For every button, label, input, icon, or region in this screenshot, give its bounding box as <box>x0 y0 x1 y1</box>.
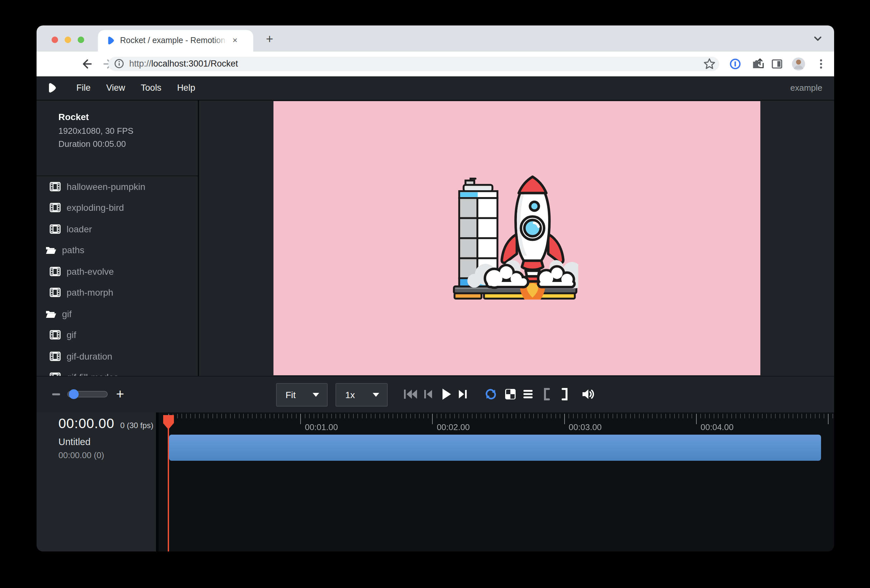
folder-open-icon <box>45 246 57 255</box>
onepassword-extension-icon[interactable] <box>729 58 742 70</box>
film-icon <box>50 182 61 192</box>
composition-label: path-morph <box>67 287 113 298</box>
tab-title: Rocket / example - Remotion P <box>120 36 227 45</box>
composition-path-evolve[interactable]: path-evolve <box>37 261 198 282</box>
timeline-track-area[interactable]: 00:01.0000:02.0000:03.0000:04.00 <box>158 412 834 551</box>
track-range: 00:00.00 (0) <box>58 450 104 460</box>
bookmark-star-icon[interactable] <box>703 57 716 70</box>
folder-gif[interactable]: gif <box>37 303 198 325</box>
rocket-nose <box>518 177 546 193</box>
caret-down-icon <box>373 393 379 396</box>
composition-label: gif-duration <box>67 351 112 362</box>
timeline-tracks-icon[interactable] <box>523 390 533 399</box>
ruler-label: 00:04.00 <box>701 422 734 432</box>
film-icon <box>50 224 61 234</box>
current-frame-info: 0 (30 fps) <box>121 421 153 430</box>
composition-label: gif <box>67 330 76 340</box>
speed-dropdown[interactable]: 1x <box>335 383 388 406</box>
composition-halloween-pumpkin[interactable]: halloween-pumpkin <box>37 176 198 197</box>
ruler-label: 00:02.00 <box>436 422 469 432</box>
rocket-fin-left <box>502 234 517 262</box>
side-panel-icon[interactable] <box>771 58 783 70</box>
menu-tools[interactable]: Tools <box>133 83 169 93</box>
ruler-label: 00:03.00 <box>569 422 602 432</box>
zoom-out-icon[interactable] <box>52 393 60 395</box>
timeline-left-panel: 00:00.00 0 (30 fps) Untitled 00:00.00 (0… <box>37 412 156 551</box>
timeline: 00:00.00 0 (30 fps) Untitled 00:00.00 (0… <box>37 412 834 551</box>
browser-toolbar: http://localhost:3001/Rocket <box>37 52 834 76</box>
ruler-second-ticks <box>168 414 834 424</box>
compositions-sidebar: Rocket 1920x1080, 30 FPS Duration 00:05.… <box>37 100 199 375</box>
composition-gif-duration[interactable]: gif-duration <box>37 345 198 367</box>
menu-file[interactable]: File <box>69 83 98 93</box>
caret-down-icon <box>312 393 319 396</box>
url-text: http://localhost:3001/Rocket <box>129 59 238 69</box>
playhead-handle[interactable] <box>163 415 174 429</box>
ruler-label: 00:01.00 <box>305 422 338 432</box>
composition-gif[interactable]: gif <box>37 325 198 345</box>
menu-view[interactable]: View <box>98 83 133 93</box>
composition-label: halloween-pumpkin <box>67 182 145 192</box>
tab-search-chevron-icon[interactable] <box>812 33 824 45</box>
composition-info: Rocket 1920x1080, 30 FPS Duration 00:05.… <box>37 100 198 149</box>
zoom-slider-thumb[interactable] <box>69 390 78 399</box>
rocket-illustration <box>453 174 578 299</box>
remotion-logo-icon[interactable] <box>47 82 57 93</box>
track-name: Untitled <box>58 436 90 447</box>
composition-gif-fill-modes[interactable]: gif-fill-modes <box>37 367 198 375</box>
content-row: Rocket 1920x1080, 30 FPS Duration 00:05.… <box>37 100 834 375</box>
fullscreen-window-button[interactable] <box>77 37 84 43</box>
folder-open-icon <box>45 309 57 319</box>
new-tab-button[interactable]: + <box>261 31 278 48</box>
sequence-bar[interactable] <box>169 435 821 461</box>
composition-duration: Duration 00:05.00 <box>58 139 198 149</box>
current-timecode: 00:00.00 <box>58 416 115 432</box>
film-icon <box>50 288 61 298</box>
menu-items: FileViewToolsHelp <box>69 83 203 93</box>
app-menu-bar: FileViewToolsHelp example <box>37 76 834 100</box>
site-info-icon[interactable] <box>114 59 124 69</box>
tab-strip: Rocket / example - Remotion P × + <box>37 25 834 52</box>
close-window-button[interactable] <box>51 37 58 43</box>
screen: Rocket / example - Remotion P × + <box>0 0 870 588</box>
composition-exploding-bird[interactable]: exploding-bird <box>37 197 198 218</box>
url-bar[interactable]: http://localhost:3001/Rocket <box>108 57 719 71</box>
menu-help[interactable]: Help <box>169 83 203 93</box>
volume-icon[interactable] <box>581 389 594 400</box>
composition-list: halloween-pumpkinexploding-birdloaderpat… <box>37 176 198 375</box>
composition-label: gif <box>62 309 72 319</box>
composition-label: exploding-bird <box>67 202 124 213</box>
composition-label: paths <box>62 245 85 256</box>
playback-controls-bar: + Fit 1x <box>37 375 834 412</box>
browser-tab[interactable]: Rocket / example - Remotion P × <box>98 30 253 52</box>
previous-frame-icon[interactable] <box>423 389 433 400</box>
out-point-bracket-icon[interactable] <box>561 388 568 401</box>
composition-title: Rocket <box>58 111 198 122</box>
composition-label: path-evolve <box>67 266 114 277</box>
film-icon <box>50 203 61 213</box>
preview-area <box>199 100 834 375</box>
next-frame-icon[interactable] <box>457 389 467 400</box>
tab-close-icon[interactable]: × <box>230 36 240 46</box>
skip-to-start-icon[interactable] <box>403 389 418 400</box>
extensions-puzzle-icon[interactable] <box>751 58 763 70</box>
loop-icon[interactable] <box>484 389 497 400</box>
composition-loader[interactable]: loader <box>37 218 198 240</box>
composition-path-morph[interactable]: path-morph <box>37 282 198 303</box>
composition-label: loader <box>67 224 92 234</box>
folder-paths[interactable]: paths <box>37 240 198 261</box>
minimize-window-button[interactable] <box>64 37 71 43</box>
timeline-panel-divider <box>156 412 158 551</box>
playhead-line <box>168 415 169 551</box>
rocket-window-small <box>530 201 538 210</box>
in-point-bracket-icon[interactable] <box>543 388 550 401</box>
film-icon <box>50 330 61 340</box>
composition-meta: 1920x1080, 30 FPS <box>58 126 198 135</box>
profile-avatar[interactable] <box>792 57 805 71</box>
zoom-in-icon[interactable]: + <box>116 387 124 401</box>
back-icon[interactable] <box>80 57 93 70</box>
browser-menu-dots-icon[interactable] <box>816 58 826 70</box>
size-dropdown[interactable]: Fit <box>276 383 327 406</box>
play-icon[interactable] <box>441 388 451 401</box>
transparency-checkerboard-icon[interactable] <box>505 389 515 400</box>
